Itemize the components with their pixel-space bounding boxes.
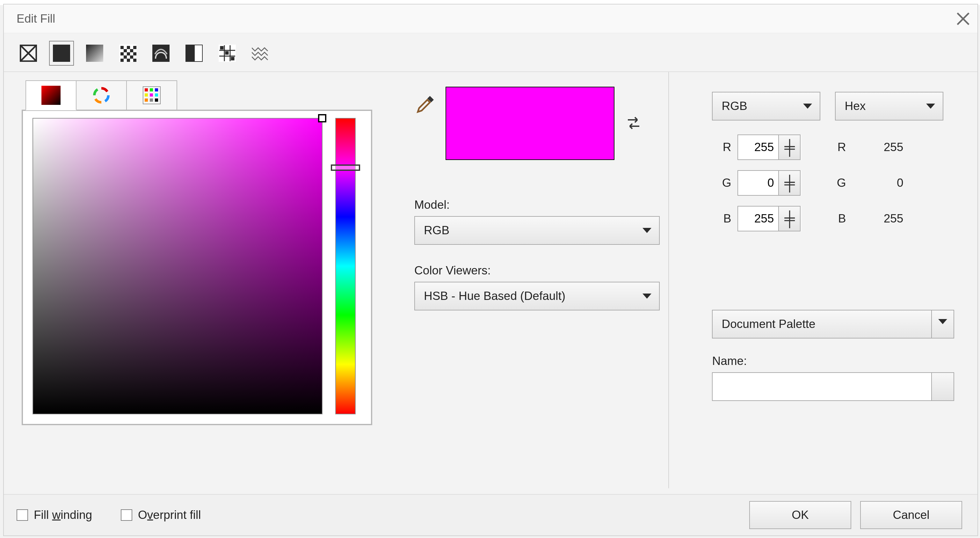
chevron-down-icon xyxy=(643,228,651,233)
hue-marker[interactable] xyxy=(331,164,360,171)
g-label: G xyxy=(712,176,731,189)
svg-rect-9 xyxy=(124,49,127,52)
svg-rect-28 xyxy=(226,52,228,54)
dialog-footer: Fill winding Overprint fill OK Cancel xyxy=(4,494,977,535)
swap-colors-button[interactable] xyxy=(624,112,644,132)
svg-rect-14 xyxy=(124,56,127,59)
numeric-pane: RGB Hex R ╪ R 255 xyxy=(712,80,965,488)
g-spin-button[interactable]: ╪ xyxy=(778,170,800,196)
r-hex-label: R xyxy=(833,140,846,154)
g-hex-value: 0 xyxy=(875,176,903,189)
picker-tab-sliders[interactable] xyxy=(76,80,127,110)
fill-winding-label: Fill winding xyxy=(34,508,92,522)
uniform-fill-button[interactable] xyxy=(49,41,74,66)
color-picker-box xyxy=(22,110,372,425)
overprint-fill-checkbox[interactable]: Overprint fill xyxy=(121,508,201,522)
texture-fill-button[interactable] xyxy=(215,41,240,66)
vector-pattern-button[interactable] xyxy=(115,41,140,66)
fountain-fill-button[interactable] xyxy=(82,41,107,66)
rgb-inputs: R ╪ R 255 G ╪ xyxy=(712,129,965,237)
palette-dropdown[interactable]: Document Palette xyxy=(712,310,954,339)
g-spinbox[interactable]: ╪ xyxy=(737,170,801,196)
r-spinbox[interactable]: ╪ xyxy=(737,135,801,160)
svg-rect-17 xyxy=(127,59,130,62)
model-pane: Model: RGB Color Viewers: HSB - Hue Base… xyxy=(414,80,671,488)
ok-button[interactable]: OK xyxy=(749,501,851,529)
numeric-model-dropdown[interactable]: RGB xyxy=(712,92,820,121)
name-combo[interactable] xyxy=(712,372,954,401)
sv-marker[interactable] xyxy=(318,114,326,123)
svg-rect-27 xyxy=(221,46,223,49)
svg-rect-37 xyxy=(150,88,153,91)
r-label: R xyxy=(712,140,731,154)
checkbox-box xyxy=(17,509,28,521)
b-input[interactable] xyxy=(737,206,778,231)
hue-slider[interactable] xyxy=(335,118,356,414)
spinner-icon: ╪ xyxy=(784,211,795,226)
hex-model-dropdown[interactable]: Hex xyxy=(835,92,943,121)
name-input[interactable] xyxy=(713,373,931,400)
svg-rect-40 xyxy=(150,93,153,97)
svg-rect-44 xyxy=(155,99,158,102)
bitmap-pattern-button[interactable] xyxy=(148,41,173,66)
content-area: Model: RGB Color Viewers: HSB - Hue Base… xyxy=(4,72,977,495)
saturation-value-field[interactable] xyxy=(32,118,323,414)
numeric-model-value: RGB xyxy=(722,99,747,113)
close-icon xyxy=(956,12,970,26)
g-hex-label: G xyxy=(833,176,846,189)
name-dropdown-button[interactable] xyxy=(931,373,953,400)
svg-rect-38 xyxy=(155,88,158,91)
svg-rect-16 xyxy=(121,59,124,62)
overprint-fill-label: Overprint fill xyxy=(138,508,201,522)
r-input[interactable] xyxy=(737,135,778,160)
palette-value: Document Palette xyxy=(722,317,815,331)
b-label: B xyxy=(712,212,731,225)
svg-rect-43 xyxy=(150,99,153,102)
svg-rect-21 xyxy=(194,45,203,62)
two-color-button[interactable] xyxy=(182,41,207,66)
r-spin-button[interactable]: ╪ xyxy=(778,135,800,160)
b-hex-value: 255 xyxy=(875,212,903,225)
gradient-swatch-icon xyxy=(41,86,60,105)
fill-winding-checkbox[interactable]: Fill winding xyxy=(17,508,92,522)
b-hex-label: B xyxy=(833,212,846,225)
picker-pane xyxy=(22,80,395,488)
titlebar: Edit Fill xyxy=(4,5,977,33)
dialog-title: Edit Fill xyxy=(17,12,55,25)
eyedropper-button[interactable] xyxy=(414,93,437,115)
color-viewers-label: Color Viewers: xyxy=(414,264,671,277)
color-viewers-dropdown[interactable]: HSB - Hue Based (Default) xyxy=(414,282,660,310)
b-spin-button[interactable]: ╪ xyxy=(778,206,800,231)
picker-tab-palettes[interactable] xyxy=(126,80,177,110)
svg-rect-13 xyxy=(133,52,137,56)
model-label: Model: xyxy=(414,198,671,212)
postscript-fill-icon xyxy=(252,45,269,62)
svg-rect-12 xyxy=(127,52,130,56)
model-dropdown[interactable]: RGB xyxy=(414,216,660,245)
svg-rect-41 xyxy=(155,93,158,97)
close-button[interactable] xyxy=(955,11,971,27)
cancel-button[interactable]: Cancel xyxy=(860,501,962,529)
postscript-fill-button[interactable] xyxy=(248,41,273,66)
svg-rect-6 xyxy=(121,46,124,49)
vector-pattern-icon xyxy=(119,45,137,62)
color-viewers-value: HSB - Hue Based (Default) xyxy=(424,290,565,303)
r-hex-value: 255 xyxy=(875,140,903,154)
texture-fill-icon xyxy=(219,45,236,62)
b-spinbox[interactable]: ╪ xyxy=(737,206,801,231)
g-input[interactable] xyxy=(737,170,778,196)
svg-rect-18 xyxy=(133,59,137,62)
color-wheel-icon xyxy=(92,86,110,104)
chevron-down-icon xyxy=(926,103,935,109)
svg-rect-8 xyxy=(133,46,137,49)
no-fill-button[interactable] xyxy=(16,41,41,66)
svg-rect-30 xyxy=(41,86,60,105)
svg-rect-29 xyxy=(231,57,234,60)
chevron-down-icon xyxy=(643,294,651,299)
spinner-icon: ╪ xyxy=(784,140,795,154)
svg-rect-10 xyxy=(130,49,133,52)
swap-icon xyxy=(625,113,643,131)
picker-tab-viewers[interactable] xyxy=(25,80,76,110)
two-color-icon xyxy=(186,45,203,62)
palette-dropdown-button[interactable] xyxy=(931,310,953,338)
